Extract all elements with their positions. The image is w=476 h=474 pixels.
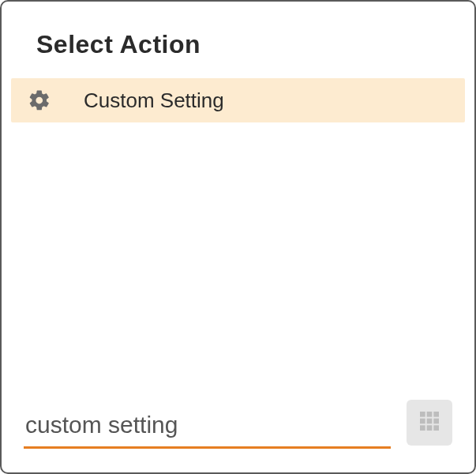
- svg-rect-3: [420, 419, 425, 424]
- list-item-custom-setting[interactable]: Custom Setting: [11, 78, 465, 122]
- grid-button[interactable]: [407, 400, 452, 446]
- grid-icon: [417, 408, 442, 437]
- svg-rect-8: [433, 425, 439, 431]
- gear-icon: [27, 88, 52, 113]
- panel-header: Select Action: [2, 2, 474, 78]
- select-action-panel: Select Action Custom Setting: [0, 0, 476, 474]
- list-item-label: Custom Setting: [84, 88, 224, 113]
- svg-rect-1: [427, 412, 433, 417]
- svg-rect-7: [427, 425, 433, 431]
- search-input[interactable]: [24, 407, 391, 449]
- svg-rect-2: [433, 412, 439, 417]
- svg-rect-0: [420, 412, 425, 417]
- spacer: [2, 122, 474, 400]
- panel-footer: [2, 400, 474, 472]
- search-wrap: [24, 407, 391, 449]
- svg-rect-4: [427, 419, 433, 424]
- svg-rect-5: [433, 419, 439, 424]
- action-list: Custom Setting: [2, 78, 474, 122]
- panel-title: Select Action: [36, 30, 440, 59]
- svg-rect-6: [420, 425, 425, 431]
